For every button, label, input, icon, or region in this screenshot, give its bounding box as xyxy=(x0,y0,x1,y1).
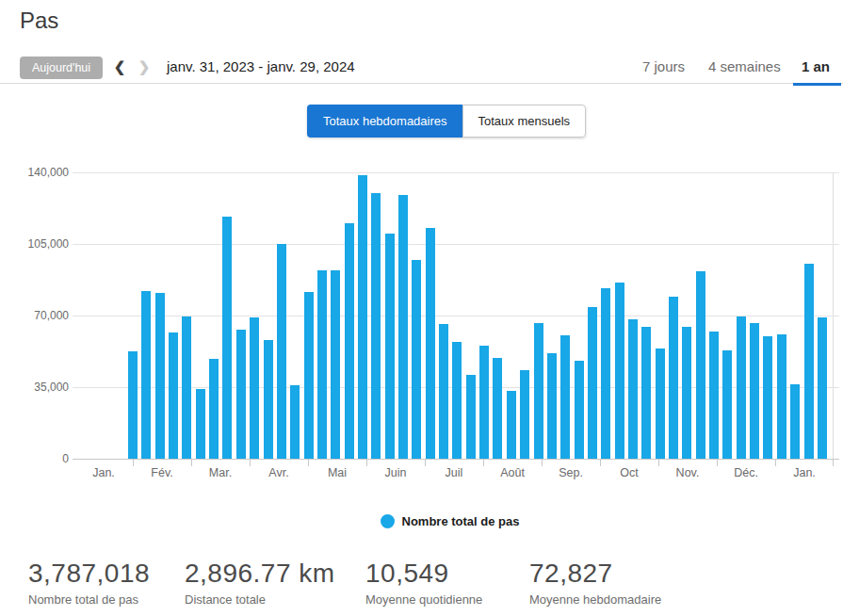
month-tick xyxy=(833,459,834,466)
month-label: Mar. xyxy=(209,466,232,479)
stat-daily-average: 10,549 Moyenne quotidienne xyxy=(365,559,482,607)
month-label: Jan. xyxy=(793,466,816,479)
month-tick xyxy=(366,459,367,466)
weekly-total-bar[interactable] xyxy=(493,358,502,459)
weekly-total-bar[interactable] xyxy=(601,288,610,459)
prev-period-button[interactable]: ❮ xyxy=(110,55,129,79)
month-label: Avr. xyxy=(268,466,288,479)
weekly-total-bar[interactable] xyxy=(641,327,651,459)
weekly-total-bar[interactable] xyxy=(128,351,138,459)
weekly-total-bar[interactable] xyxy=(398,195,408,459)
toggle-weekly-totals[interactable]: Totaux hebdomadaires xyxy=(307,105,462,138)
weekly-total-bar[interactable] xyxy=(385,234,395,459)
tab-1-year[interactable]: 1 an xyxy=(802,58,830,74)
month-tick xyxy=(658,459,659,466)
weekly-total-bar[interactable] xyxy=(696,271,705,459)
weekly-total-bar[interactable] xyxy=(141,291,151,459)
weekly-total-bar[interactable] xyxy=(317,270,327,459)
weekly-total-bar[interactable] xyxy=(371,193,381,459)
weekly-total-bar[interactable] xyxy=(304,292,314,459)
weekly-total-bar[interactable] xyxy=(169,332,178,459)
weekly-total-bar[interactable] xyxy=(196,389,205,459)
weekly-total-bar[interactable] xyxy=(236,330,246,459)
weekly-total-bar[interactable] xyxy=(466,375,476,459)
month-tick xyxy=(191,459,192,466)
weekly-total-bar[interactable] xyxy=(737,316,746,459)
weekly-total-bar[interactable] xyxy=(722,350,732,459)
stat-value: 2,896.77 km xyxy=(185,559,335,589)
month-label: Nov. xyxy=(676,466,700,479)
weekly-total-bar[interactable] xyxy=(479,346,489,460)
y-axis-tick-label: 35,000 xyxy=(34,381,69,394)
chevron-right-icon: ❯ xyxy=(138,58,151,74)
month-label: Fév. xyxy=(151,466,172,479)
weekly-total-bar[interactable] xyxy=(709,332,719,459)
weekly-total-bar[interactable] xyxy=(182,316,191,459)
month-label: Jan. xyxy=(92,466,115,479)
weekly-total-bar[interactable] xyxy=(628,319,638,459)
month-label: Sep. xyxy=(559,466,583,479)
weekly-total-bar[interactable] xyxy=(520,370,529,459)
weekly-total-bar[interactable] xyxy=(777,334,786,459)
month-tick xyxy=(250,459,251,466)
weekly-total-bar[interactable] xyxy=(560,335,570,459)
month-tick xyxy=(600,459,601,466)
weekly-total-bar[interactable] xyxy=(763,336,772,459)
month-tick xyxy=(425,459,426,466)
active-tab-underline xyxy=(793,83,841,86)
month-tick xyxy=(542,459,543,466)
weekly-total-bar[interactable] xyxy=(656,349,665,459)
weekly-total-bar[interactable] xyxy=(452,342,462,459)
next-period-button[interactable]: ❯ xyxy=(135,55,154,79)
weekly-total-bar[interactable] xyxy=(277,244,286,459)
month-tick xyxy=(775,459,776,466)
plot-area: Jan.Fév.Mar.Avr.MaiJuinJuilAoûtSep.OctNo… xyxy=(73,172,839,459)
weekly-total-bar[interactable] xyxy=(669,297,678,459)
weekly-total-bar[interactable] xyxy=(290,385,300,459)
y-axis-tick-label: 105,000 xyxy=(28,237,69,251)
stat-value: 72,827 xyxy=(529,559,661,589)
month-tick xyxy=(717,459,718,466)
stat-value: 3,787,018 xyxy=(28,559,150,589)
weekly-total-bar[interactable] xyxy=(615,283,624,459)
weekly-total-bar[interactable] xyxy=(222,217,232,459)
tab-4-weeks[interactable]: 4 semaines xyxy=(708,58,781,74)
month-tick xyxy=(133,459,134,466)
weekly-total-bar[interactable] xyxy=(412,260,421,459)
stat-label: Moyenne quotidienne xyxy=(365,592,482,607)
weekly-total-bar[interactable] xyxy=(804,264,814,459)
weekly-total-bar[interactable] xyxy=(264,340,273,459)
month-label: Mai xyxy=(328,466,347,479)
weekly-total-bar[interactable] xyxy=(250,317,259,459)
date-toolbar: Aujourd'hui ❮ ❯ janv. 31, 2023 - janv. 2… xyxy=(0,49,843,84)
weekly-total-bar[interactable] xyxy=(358,175,367,459)
weekly-total-bar[interactable] xyxy=(575,361,584,459)
y-axis-tick-label: 70,000 xyxy=(34,309,69,322)
steps-dashboard: Pas Aujourd'hui ❮ ❯ janv. 31, 2023 - jan… xyxy=(0,0,843,616)
stat-weekly-average: 72,827 Moyenne hebdomadaire xyxy=(529,559,661,607)
date-range-label: janv. 31, 2023 - janv. 29, 2024 xyxy=(167,58,355,74)
weekly-total-bar[interactable] xyxy=(155,293,165,459)
weekly-total-bar[interactable] xyxy=(534,323,543,459)
weekly-total-bar[interactable] xyxy=(331,270,340,459)
stat-label: Nombre total de pas xyxy=(28,592,150,607)
toggle-monthly-totals[interactable]: Totaux mensuels xyxy=(462,105,587,138)
weekly-total-bar[interactable] xyxy=(209,359,219,459)
gridline xyxy=(73,172,839,173)
weekly-total-bar[interactable] xyxy=(790,384,800,459)
weekly-total-bar[interactable] xyxy=(818,317,827,459)
weekly-total-bar[interactable] xyxy=(426,228,435,459)
weekly-total-bar[interactable] xyxy=(588,307,597,459)
weekly-total-bar[interactable] xyxy=(345,223,354,459)
stat-label: Distance totale xyxy=(185,592,335,607)
month-tick xyxy=(308,459,309,466)
weekly-total-bar[interactable] xyxy=(750,323,759,459)
today-button[interactable]: Aujourd'hui xyxy=(20,57,103,79)
weekly-total-bar[interactable] xyxy=(682,327,691,459)
month-label: Oct xyxy=(620,466,638,479)
month-tick xyxy=(483,459,484,466)
tab-7-days[interactable]: 7 jours xyxy=(642,58,685,74)
weekly-total-bar[interactable] xyxy=(507,391,516,459)
weekly-total-bar[interactable] xyxy=(547,353,557,459)
weekly-total-bar[interactable] xyxy=(439,324,448,459)
